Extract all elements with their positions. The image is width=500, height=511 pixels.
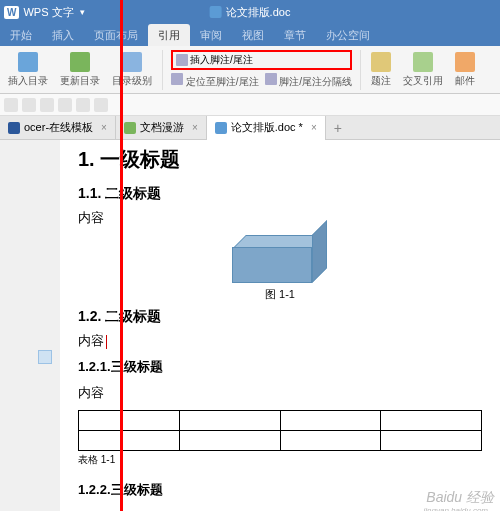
app-prefix: WPS [23,6,48,18]
mail-icon [455,52,475,72]
locate-icon [171,73,183,85]
wps-logo-badge: W [4,6,19,19]
menu-view[interactable]: 视图 [232,24,274,46]
separator-label: 脚注/尾注分隔线 [279,76,352,87]
menu-office-space[interactable]: 办公空间 [316,24,380,46]
cloud-tab-icon [124,122,136,134]
template-tab-icon [8,122,20,134]
update-toc-label: 更新目录 [60,74,100,88]
caption-icon [371,52,391,72]
locate-footnote-button[interactable]: 定位至脚注/尾注 [171,73,259,89]
tab-roaming[interactable]: 文档漫游 × [116,116,207,140]
tab-roaming-label: 文档漫游 [140,120,184,135]
toc-level-icon [122,52,142,72]
footnote-separator-button[interactable]: 脚注/尾注分隔线 [265,73,353,89]
separator-icon [265,73,277,85]
figure: 图 1-1 [78,235,482,302]
document-page[interactable]: 1. 一级标题 1.1. 二级标题 内容 图 1-1 1.2. 二级标题 内容 … [60,140,500,511]
ribbon-divider [162,50,163,90]
qat-print-icon[interactable] [58,98,72,112]
caption-button[interactable]: 题注 [369,50,393,90]
close-icon[interactable]: × [311,122,317,133]
menu-review[interactable]: 审阅 [190,24,232,46]
ribbon-divider [360,50,361,90]
caption-label: 题注 [371,74,391,88]
body-text: 内容 [78,209,482,227]
content-text: 内容 [78,333,104,348]
menu-start[interactable]: 开始 [0,24,42,46]
heading-2: 1.1. 二级标题 [78,185,482,203]
tab-template[interactable]: ocer-在线模板 × [0,116,116,140]
document-table[interactable] [78,410,482,451]
menu-page-layout[interactable]: 页面布局 [84,24,148,46]
table-row [79,411,482,431]
menu-references[interactable]: 引用 [148,24,190,46]
toc-icon [18,52,38,72]
title-dropdown-icon[interactable]: ▾ [80,7,85,17]
quick-access-toolbar [0,94,500,116]
qat-redo-icon[interactable] [94,98,108,112]
cross-reference-button[interactable]: 交叉引用 [401,50,445,90]
qat-undo-icon[interactable] [76,98,90,112]
qat-open-icon[interactable] [22,98,36,112]
insert-footnote-button[interactable]: 插入脚注/尾注 [171,50,352,70]
crossref-icon [413,52,433,72]
mail-button[interactable]: 邮件 [453,50,477,90]
title-bar: W WPS 文字 ▾ 论文排版.doc [0,0,500,24]
text-cursor [106,335,107,349]
insert-toc-button[interactable]: 插入目录 [6,50,50,90]
footnote-ab-icon [176,54,188,66]
left-gutter [0,140,60,511]
figure-caption: 图 1-1 [265,287,295,302]
title-document-name: 论文排版.doc [210,5,291,20]
heading-3: 1.2.1.三级标题 [78,358,482,376]
heading-2: 1.2. 二级标题 [78,308,482,326]
toc-level-label: 目录级别 [112,74,152,88]
ribbon-bar: 插入目录 更新目录 目录级别 插入脚注/尾注 定位至脚注/尾注 脚注/尾注分隔线… [0,46,500,94]
cuboid-shape [232,235,328,283]
watermark: Baidu 经验 jingyan.baidu.com [426,489,494,507]
menu-insert[interactable]: 插入 [42,24,84,46]
qat-new-icon[interactable] [4,98,18,112]
heading-1: 1. 一级标题 [78,146,482,173]
doc-title-text: 论文排版.doc [226,5,291,20]
document-tab-bar: ocer-在线模板 × 文档漫游 × 论文排版.doc * × + [0,116,500,140]
tab-current-doc[interactable]: 论文排版.doc * × [207,116,326,140]
insert-footnote-label: 插入脚注/尾注 [190,53,253,67]
mail-label: 邮件 [455,74,475,88]
heading-3: 1.2.2.三级标题 [78,481,482,499]
word-tab-icon [215,122,227,134]
qat-save-icon[interactable] [40,98,54,112]
app-name: 文字 [52,5,74,20]
close-icon[interactable]: × [101,122,107,133]
update-toc-button[interactable]: 更新目录 [58,50,102,90]
body-text-cursor: 内容 [78,332,482,350]
table-row [79,431,482,451]
toc-level-button[interactable]: 目录级别 [110,50,154,90]
menu-bar: 开始 插入 页面布局 引用 审阅 视图 章节 办公空间 [0,24,500,46]
locate-label: 定位至脚注/尾注 [186,76,259,87]
body-text: 内容 [78,384,482,402]
update-toc-icon [70,52,90,72]
watermark-sub: jingyan.baidu.com [424,506,488,511]
watermark-main: Baidu 经验 [426,489,494,505]
crossref-label: 交叉引用 [403,74,443,88]
close-icon[interactable]: × [192,122,198,133]
document-icon [210,6,222,18]
menu-sections[interactable]: 章节 [274,24,316,46]
workspace: 1. 一级标题 1.1. 二级标题 内容 图 1-1 1.2. 二级标题 内容 … [0,140,500,511]
add-tab-button[interactable]: + [326,120,350,136]
tab-current-label: 论文排版.doc * [231,120,303,135]
comment-flag-icon[interactable] [38,350,52,364]
tab-template-label: ocer-在线模板 [24,120,93,135]
table-caption: 表格 1-1 [78,453,482,467]
insert-toc-label: 插入目录 [8,74,48,88]
